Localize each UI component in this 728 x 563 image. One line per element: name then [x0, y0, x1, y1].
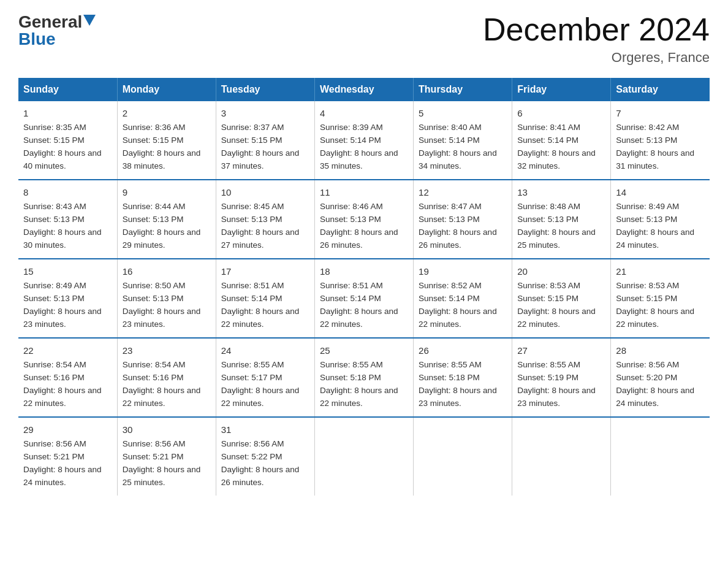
- day-number: 18: [320, 264, 408, 278]
- page-header: General Blue December 2024 Orgeres, Fran…: [18, 12, 710, 66]
- day-info: Sunrise: 8:37 AMSunset: 5:15 PMDaylight:…: [221, 121, 309, 173]
- table-row: 13Sunrise: 8:48 AMSunset: 5:13 PMDayligh…: [512, 180, 611, 259]
- calendar-week-row: 8Sunrise: 8:43 AMSunset: 5:13 PMDaylight…: [18, 180, 710, 259]
- day-info: Sunrise: 8:41 AMSunset: 5:14 PMDaylight:…: [517, 121, 605, 173]
- day-number: 5: [419, 106, 507, 120]
- day-info: Sunrise: 8:44 AMSunset: 5:13 PMDaylight:…: [123, 201, 211, 252]
- day-info: Sunrise: 8:53 AMSunset: 5:15 PMDaylight:…: [616, 280, 705, 331]
- table-row: 2Sunrise: 8:36 AMSunset: 5:15 PMDaylight…: [117, 101, 216, 180]
- day-number: 13: [517, 185, 605, 199]
- day-number: 14: [616, 185, 705, 199]
- day-info: Sunrise: 8:50 AMSunset: 5:13 PMDaylight:…: [123, 280, 211, 331]
- day-info: Sunrise: 8:56 AMSunset: 5:22 PMDaylight:…: [221, 438, 309, 489]
- day-info: Sunrise: 8:55 AMSunset: 5:17 PMDaylight:…: [221, 359, 309, 410]
- header-saturday: Saturday: [611, 78, 710, 101]
- table-row: 1Sunrise: 8:35 AMSunset: 5:15 PMDaylight…: [18, 101, 117, 180]
- day-number: 29: [23, 423, 112, 437]
- table-row: 6Sunrise: 8:41 AMSunset: 5:14 PMDaylight…: [512, 101, 611, 180]
- table-row: 5Sunrise: 8:40 AMSunset: 5:14 PMDaylight…: [414, 101, 512, 180]
- table-row: 14Sunrise: 8:49 AMSunset: 5:13 PMDayligh…: [611, 180, 710, 259]
- table-row: 24Sunrise: 8:55 AMSunset: 5:17 PMDayligh…: [216, 338, 314, 417]
- calendar-week-row: 29Sunrise: 8:56 AMSunset: 5:21 PMDayligh…: [18, 417, 710, 496]
- table-row: 26Sunrise: 8:55 AMSunset: 5:18 PMDayligh…: [414, 338, 512, 417]
- day-info: Sunrise: 8:42 AMSunset: 5:13 PMDaylight:…: [616, 121, 705, 173]
- title-section: December 2024 Orgeres, France: [483, 12, 710, 66]
- table-row: 7Sunrise: 8:42 AMSunset: 5:13 PMDaylight…: [611, 101, 710, 180]
- day-info: Sunrise: 8:46 AMSunset: 5:13 PMDaylight:…: [320, 201, 408, 252]
- day-info: Sunrise: 8:55 AMSunset: 5:18 PMDaylight:…: [419, 359, 507, 410]
- table-row: 25Sunrise: 8:55 AMSunset: 5:18 PMDayligh…: [314, 338, 413, 417]
- table-row: 30Sunrise: 8:56 AMSunset: 5:21 PMDayligh…: [117, 417, 216, 496]
- table-row: 3Sunrise: 8:37 AMSunset: 5:15 PMDaylight…: [216, 101, 314, 180]
- table-row: 23Sunrise: 8:54 AMSunset: 5:16 PMDayligh…: [117, 338, 216, 417]
- day-info: Sunrise: 8:51 AMSunset: 5:14 PMDaylight:…: [221, 280, 309, 331]
- day-info: Sunrise: 8:35 AMSunset: 5:15 PMDaylight:…: [23, 121, 112, 173]
- day-info: Sunrise: 8:55 AMSunset: 5:18 PMDaylight:…: [320, 359, 408, 410]
- header-sunday: Sunday: [18, 78, 117, 101]
- day-number: 11: [320, 185, 408, 199]
- header-friday: Friday: [512, 78, 611, 101]
- table-row: 4Sunrise: 8:39 AMSunset: 5:14 PMDaylight…: [314, 101, 413, 180]
- table-row: 17Sunrise: 8:51 AMSunset: 5:14 PMDayligh…: [216, 259, 314, 338]
- day-info: Sunrise: 8:48 AMSunset: 5:13 PMDaylight:…: [517, 201, 605, 252]
- calendar-header-row: Sunday Monday Tuesday Wednesday Thursday…: [18, 78, 710, 101]
- table-row: 11Sunrise: 8:46 AMSunset: 5:13 PMDayligh…: [314, 180, 413, 259]
- day-number: 20: [517, 264, 605, 278]
- day-number: 27: [517, 343, 605, 358]
- table-row: 15Sunrise: 8:49 AMSunset: 5:13 PMDayligh…: [18, 259, 117, 338]
- day-number: 21: [616, 264, 705, 278]
- logo-arrow-icon: [83, 15, 96, 27]
- table-row: [414, 417, 512, 496]
- table-row: 9Sunrise: 8:44 AMSunset: 5:13 PMDaylight…: [117, 180, 216, 259]
- day-number: 30: [123, 423, 211, 437]
- day-info: Sunrise: 8:51 AMSunset: 5:14 PMDaylight:…: [320, 280, 408, 331]
- day-info: Sunrise: 8:55 AMSunset: 5:19 PMDaylight:…: [517, 359, 605, 410]
- table-row: [314, 417, 413, 496]
- day-info: Sunrise: 8:43 AMSunset: 5:13 PMDaylight:…: [23, 201, 112, 252]
- day-number: 31: [221, 423, 309, 437]
- day-number: 6: [517, 106, 605, 120]
- day-number: 9: [123, 185, 211, 199]
- day-number: 26: [419, 343, 507, 358]
- day-info: Sunrise: 8:56 AMSunset: 5:20 PMDaylight:…: [616, 359, 705, 410]
- day-info: Sunrise: 8:54 AMSunset: 5:16 PMDaylight:…: [123, 359, 211, 410]
- day-number: 3: [221, 106, 309, 120]
- table-row: 21Sunrise: 8:53 AMSunset: 5:15 PMDayligh…: [611, 259, 710, 338]
- table-row: 12Sunrise: 8:47 AMSunset: 5:13 PMDayligh…: [414, 180, 512, 259]
- table-row: 22Sunrise: 8:54 AMSunset: 5:16 PMDayligh…: [18, 338, 117, 417]
- table-row: 20Sunrise: 8:53 AMSunset: 5:15 PMDayligh…: [512, 259, 611, 338]
- table-row: 8Sunrise: 8:43 AMSunset: 5:13 PMDaylight…: [18, 180, 117, 259]
- day-number: 8: [23, 185, 112, 199]
- calendar-week-row: 15Sunrise: 8:49 AMSunset: 5:13 PMDayligh…: [18, 259, 710, 338]
- calendar-table: Sunday Monday Tuesday Wednesday Thursday…: [18, 78, 710, 496]
- header-wednesday: Wednesday: [314, 78, 413, 101]
- logo-blue-text: Blue: [18, 29, 96, 49]
- header-tuesday: Tuesday: [216, 78, 314, 101]
- day-number: 25: [320, 343, 408, 358]
- day-number: 24: [221, 343, 309, 358]
- day-number: 2: [123, 106, 211, 120]
- table-row: 31Sunrise: 8:56 AMSunset: 5:22 PMDayligh…: [216, 417, 314, 496]
- table-row: [611, 417, 710, 496]
- day-number: 23: [123, 343, 211, 358]
- svg-marker-0: [83, 15, 96, 26]
- day-number: 12: [419, 185, 507, 199]
- header-monday: Monday: [117, 78, 216, 101]
- day-number: 10: [221, 185, 309, 199]
- day-number: 17: [221, 264, 309, 278]
- day-info: Sunrise: 8:45 AMSunset: 5:13 PMDaylight:…: [221, 201, 309, 252]
- table-row: 18Sunrise: 8:51 AMSunset: 5:14 PMDayligh…: [314, 259, 413, 338]
- table-row: [512, 417, 611, 496]
- day-info: Sunrise: 8:36 AMSunset: 5:15 PMDaylight:…: [123, 121, 211, 173]
- day-number: 1: [23, 106, 112, 120]
- day-number: 7: [616, 106, 705, 120]
- calendar-week-row: 22Sunrise: 8:54 AMSunset: 5:16 PMDayligh…: [18, 338, 710, 417]
- table-row: 27Sunrise: 8:55 AMSunset: 5:19 PMDayligh…: [512, 338, 611, 417]
- calendar-subtitle: Orgeres, France: [483, 50, 710, 66]
- day-number: 4: [320, 106, 408, 120]
- day-info: Sunrise: 8:53 AMSunset: 5:15 PMDaylight:…: [517, 280, 605, 331]
- header-thursday: Thursday: [414, 78, 512, 101]
- day-number: 16: [123, 264, 211, 278]
- day-info: Sunrise: 8:52 AMSunset: 5:14 PMDaylight:…: [419, 280, 507, 331]
- day-info: Sunrise: 8:40 AMSunset: 5:14 PMDaylight:…: [419, 121, 507, 173]
